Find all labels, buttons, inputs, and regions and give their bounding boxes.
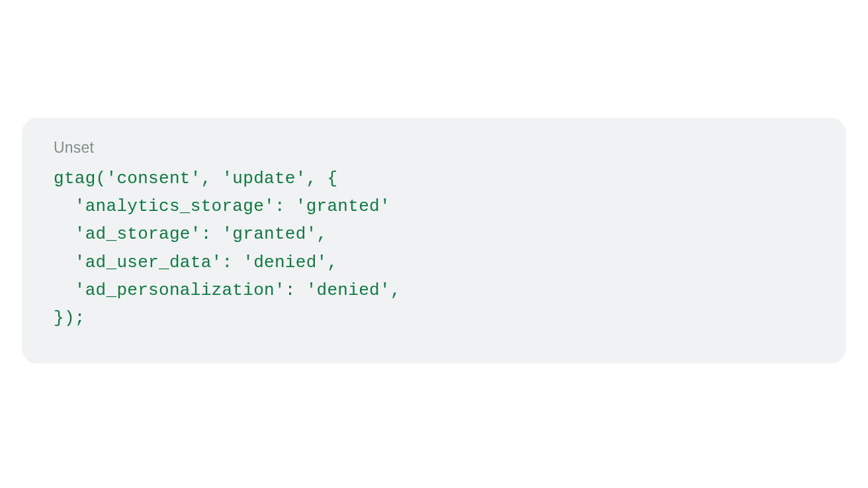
code-language-label: Unset — [54, 139, 814, 157]
code-content: gtag('consent', 'update', { 'analytics_s… — [54, 165, 814, 332]
code-block: Unset gtag('consent', 'update', { 'analy… — [22, 118, 846, 364]
